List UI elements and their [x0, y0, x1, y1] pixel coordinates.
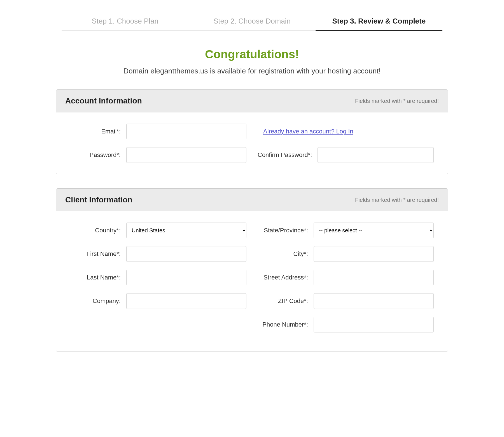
country-state-row: Country*: United States Canada United Ki… [70, 223, 434, 238]
phone-group: Phone Number*: [258, 317, 434, 332]
step2-label: Step 2. Choose Domain [188, 17, 315, 31]
account-info-header: Account Information Fields marked with *… [56, 90, 448, 112]
congrats-title: Congratulations! [56, 48, 448, 61]
street-label: Street Address*: [258, 274, 308, 281]
congrats-section: Congratulations! Domain elegantthemes.us… [56, 48, 448, 75]
step3-label: Step 3. Review & Complete [316, 17, 442, 31]
client-info-required-note: Fields marked with * are required! [355, 197, 439, 203]
firstname-city-row: First Name*: City*: [70, 246, 434, 262]
confirm-password-input[interactable] [318, 147, 434, 163]
firstname-input[interactable] [126, 246, 246, 262]
step2-item: Step 2. Choose Domain [188, 17, 315, 31]
country-group: Country*: United States Canada United Ki… [70, 223, 246, 238]
zip-label: ZIP Code*: [258, 297, 308, 305]
account-info-title: Account Information [65, 96, 142, 105]
state-select[interactable]: -- please select -- Alabama Alaska Arizo… [314, 223, 434, 238]
step1-label: Step 1. Choose Plan [62, 17, 188, 31]
client-info-title: Client Information [65, 195, 132, 204]
zip-input[interactable] [314, 293, 434, 309]
client-info-header: Client Information Fields marked with * … [56, 189, 448, 211]
state-label: State/Province*: [258, 227, 308, 234]
confirm-password-group: Confirm Password*: [258, 147, 434, 163]
lastname-street-row: Last Name*: Street Address*: [70, 270, 434, 285]
street-group: Street Address*: [258, 270, 434, 285]
congrats-subtitle: Domain elegantthemes.us is available for… [56, 67, 448, 75]
email-row: Email*: Already have an account? Log In [70, 124, 434, 139]
client-info-card: Client Information Fields marked with * … [56, 188, 448, 352]
company-input[interactable] [126, 293, 246, 309]
city-input[interactable] [314, 246, 434, 262]
phone-label: Phone Number*: [258, 321, 308, 328]
account-info-required-note: Fields marked with * are required! [355, 98, 439, 104]
company-zip-row: Company: ZIP Code*: [70, 293, 434, 309]
step1-item: Step 1. Choose Plan [62, 17, 188, 31]
country-label: Country*: [70, 227, 121, 234]
client-info-body: Country*: United States Canada United Ki… [56, 211, 448, 352]
state-group: State/Province*: -- please select -- Ala… [258, 223, 434, 238]
city-group: City*: [258, 246, 434, 262]
steps-header: Step 1. Choose Plan Step 2. Choose Domai… [56, 17, 448, 31]
step3-item: Step 3. Review & Complete [316, 17, 442, 31]
phone-input[interactable] [314, 317, 434, 332]
password-input[interactable] [126, 147, 246, 163]
email-group: Email*: [70, 124, 246, 139]
confirm-password-label: Confirm Password*: [258, 151, 312, 159]
account-info-card: Account Information Fields marked with *… [56, 89, 448, 174]
account-info-body: Email*: Already have an account? Log In … [56, 112, 448, 174]
email-input[interactable] [126, 124, 246, 139]
lastname-group: Last Name*: [70, 270, 246, 285]
lastname-input[interactable] [126, 270, 246, 285]
password-row: Password*: Confirm Password*: [70, 147, 434, 163]
email-label: Email*: [70, 128, 121, 135]
login-link-group: Already have an account? Log In [258, 128, 434, 135]
street-input[interactable] [314, 270, 434, 285]
company-label: Company: [70, 297, 121, 305]
city-label: City*: [258, 250, 308, 258]
phone-row: Phone Number*: [70, 317, 434, 332]
password-group: Password*: [70, 147, 246, 163]
firstname-label: First Name*: [70, 250, 121, 258]
company-group: Company: [70, 293, 246, 309]
login-link[interactable]: Already have an account? Log In [263, 128, 353, 135]
password-label: Password*: [70, 151, 121, 159]
country-select[interactable]: United States Canada United Kingdom Aust… [126, 223, 246, 238]
zip-group: ZIP Code*: [258, 293, 434, 309]
lastname-label: Last Name*: [70, 274, 121, 281]
firstname-group: First Name*: [70, 246, 246, 262]
